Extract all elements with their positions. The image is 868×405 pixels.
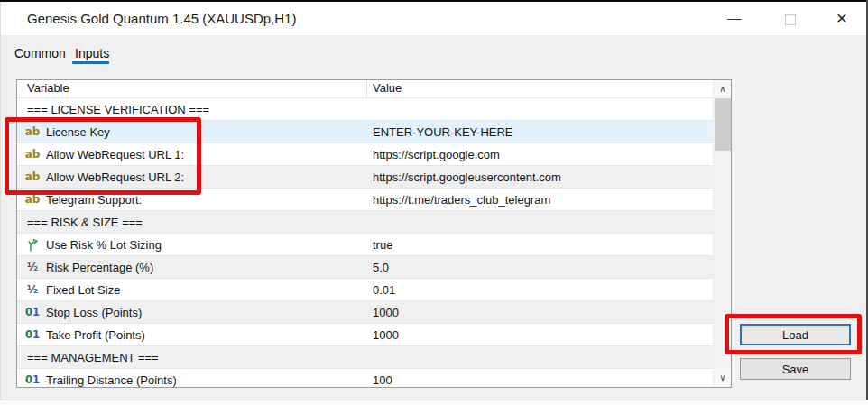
table-row[interactable]: 01Take Profit (Points)1000 [17,324,713,346]
section-row[interactable]: === MANAGEMENT === [17,346,713,369]
double-type-icon: ¹⁄₂ [24,261,41,273]
value-cell[interactable]: ENTER-YOUR-KEY-HERE [366,121,713,143]
value-cell[interactable]: 5.0 [366,256,713,278]
inputs-table-body: === LICENSE VERIFICATION ===abLicense Ke… [17,98,713,388]
variable-label: Fixed Lot Size [46,283,120,297]
table-header: Variable Value [17,80,731,98]
double-type-icon: ¹⁄₂ [24,283,41,296]
active-tab-underline [72,61,109,64]
window-bottom-edge [0,400,868,405]
section-row[interactable]: === LICENSE VERIFICATION === [17,98,713,121]
table-row[interactable]: abTelegram Support:https://t.me/traders_… [17,189,713,211]
window-title: Genesis Gold Quantum 1.45 (XAUUSDp,H1) [27,2,296,36]
variable-cell[interactable]: 01Stop Loss (Points) [17,301,366,323]
load-button[interactable]: Load [740,324,851,345]
variable-cell[interactable]: ¹⁄₂Fixed Lot Size [17,279,366,300]
integer-type-icon: 01 [24,306,41,318]
integer-type-icon: 01 [24,373,41,386]
integer-type-icon: 01 [24,328,41,341]
table-row[interactable]: 01Stop Loss (Points)1000 [17,301,713,324]
section-label: === MANAGEMENT === [27,351,159,364]
tab-inputs[interactable]: Inputs [75,46,109,60]
table-row[interactable]: abAllow WebRequest URL 2:https://script.… [17,166,713,189]
string-type-icon: ab [24,170,41,183]
section-label: === LICENSE VERIFICATION === [27,103,209,116]
value-cell[interactable]: 0.01 [366,279,713,300]
variable-cell[interactable]: abAllow WebRequest URL 2: [17,166,366,188]
variable-cell[interactable]: abAllow WebRequest URL 1: [17,143,366,165]
tab-common[interactable]: Common [14,46,66,60]
bool-branch-icon [24,238,41,252]
maximize-button[interactable] [777,2,804,36]
variable-cell[interactable]: Use Risk % Lot Sizing [17,234,366,255]
variable-label: Stop Loss (Points) [46,306,142,319]
string-type-icon: ab [24,125,41,138]
string-type-icon: ab [24,148,41,161]
variable-cell[interactable]: ¹⁄₂Risk Percentage (%) [17,256,366,278]
maximize-icon [785,14,796,25]
variable-label: License Key [46,125,110,139]
variable-cell[interactable]: === MANAGEMENT === [17,346,366,368]
save-button[interactable]: Save [740,358,851,380]
variable-label: Allow WebRequest URL 2: [46,170,184,184]
variable-label: Risk Percentage (%) [46,261,153,274]
value-cell[interactable]: 1000 [366,301,713,323]
variable-label: Allow WebRequest URL 1: [46,148,184,161]
table-row[interactable]: abAllow WebRequest URL 1:https://script.… [17,143,713,166]
string-type-icon: ab [24,193,41,206]
value-cell[interactable]: 1000 [366,324,713,345]
value-cell[interactable]: https://script.google.com [366,143,713,165]
variable-label: Trailing Distance (Points) [46,373,177,387]
column-header-variable[interactable]: Variable [27,81,69,95]
title-bar: Genesis Gold Quantum 1.45 (XAUUSDp,H1) —… [1,2,866,36]
value-cell[interactable] [366,346,713,368]
variable-cell[interactable]: 01Trailing Distance (Points) [17,369,366,388]
window-left-border [0,2,1,400]
table-row[interactable]: ¹⁄₂Risk Percentage (%)5.0 [17,256,713,279]
variable-cell[interactable]: abLicense Key [17,121,366,143]
variable-label: Use Risk % Lot Sizing [46,238,162,252]
variable-cell[interactable]: 01Take Profit (Points) [17,324,366,345]
close-button[interactable]: × [826,2,858,36]
section-row[interactable]: === RISK & SIZE === [17,211,713,234]
table-row[interactable]: ¹⁄₂Fixed Lot Size0.01 [17,279,713,301]
value-cell[interactable]: https://script.googleusercontent.com [366,166,713,188]
variable-cell[interactable]: === LICENSE VERIFICATION === [17,98,366,120]
value-cell[interactable] [366,98,713,120]
column-header-value[interactable]: Value [373,81,402,95]
vertical-scrollbar[interactable]: ∧ ∨ [713,80,731,387]
inputs-table: Variable Value === LICENSE VERIFICATION … [16,79,732,388]
table-row[interactable]: abLicense KeyENTER-YOUR-KEY-HERE [17,121,713,143]
table-row[interactable]: Use Risk % Lot Sizingtrue [17,234,713,256]
value-cell[interactable] [366,211,713,233]
value-cell[interactable]: https://t.me/traders_club_telegram [366,189,713,210]
section-label: === RISK & SIZE === [27,216,143,229]
variable-label: Take Profit (Points) [46,328,145,342]
scrollbar-thumb[interactable] [715,98,731,151]
value-cell[interactable]: 100 [366,369,713,388]
scroll-up-icon[interactable]: ∧ [714,80,732,98]
scroll-down-icon[interactable]: ∨ [714,369,732,387]
variable-cell[interactable]: abTelegram Support: [17,189,366,210]
minimize-button[interactable]: — [721,2,748,36]
variable-label: Telegram Support: [46,193,142,207]
variable-cell[interactable]: === RISK & SIZE === [17,211,366,233]
table-row[interactable]: 01Trailing Distance (Points)100 [17,369,713,388]
value-cell[interactable]: true [366,234,713,255]
